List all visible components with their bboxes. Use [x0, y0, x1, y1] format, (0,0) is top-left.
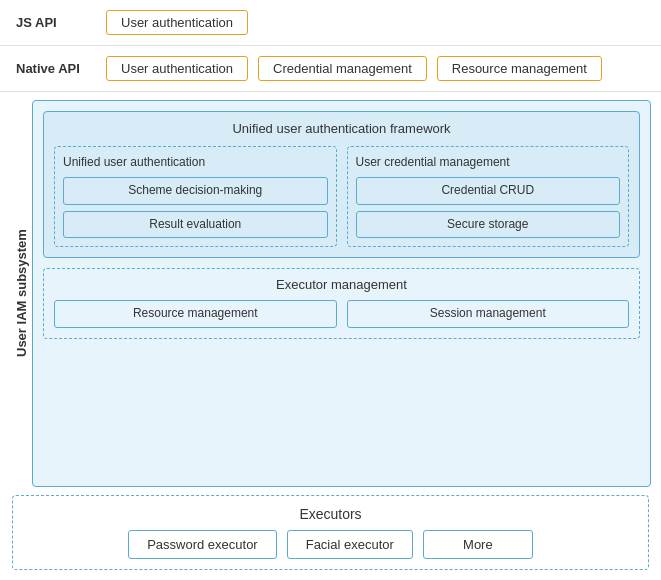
iam-outer: User IAM subsystem Unified user authenti…: [0, 92, 661, 495]
auth-dashed-title: Unified user authentication: [63, 155, 328, 169]
nativeapi-row: Native API User authentication Credentia…: [0, 46, 661, 92]
executor-mgmt-box: Executor management Resource management …: [43, 268, 640, 339]
credential-dashed-title: User credential management: [356, 155, 621, 169]
executor-box-2: More: [423, 530, 533, 559]
jsapi-box-0: User authentication: [106, 10, 248, 35]
auth-item-1: Result evaluation: [63, 211, 328, 239]
executor-mgmt-inner: Resource management Session management: [54, 300, 629, 328]
jsapi-boxes: User authentication: [106, 10, 248, 35]
credential-dashed-box: User credential management Credential CR…: [347, 146, 630, 247]
jsapi-label: JS API: [16, 15, 106, 30]
executor-mgmt-item-0: Resource management: [54, 300, 337, 328]
jsapi-row: JS API User authentication: [0, 0, 661, 46]
iam-box: Unified user authentication framework Un…: [32, 100, 651, 487]
executor-mgmt-item-1: Session management: [347, 300, 630, 328]
executors-inner: Password executor Facial executor More: [23, 530, 638, 559]
executor-box-0: Password executor: [128, 530, 277, 559]
nativeapi-box-0: User authentication: [106, 56, 248, 81]
page-root: JS API User authentication Native API Us…: [0, 0, 661, 580]
executor-box-1: Facial executor: [287, 530, 413, 559]
iam-side-label: User IAM subsystem: [10, 100, 32, 487]
auth-inner-boxes: Scheme decision-making Result evaluation: [63, 177, 328, 238]
unified-framework-box: Unified user authentication framework Un…: [43, 111, 640, 258]
auth-item-0: Scheme decision-making: [63, 177, 328, 205]
executor-mgmt-title: Executor management: [54, 277, 629, 292]
nativeapi-box-1: Credential management: [258, 56, 427, 81]
auth-dashed-box: Unified user authentication Scheme decis…: [54, 146, 337, 247]
nativeapi-label: Native API: [16, 61, 106, 76]
nativeapi-boxes: User authentication Credential managemen…: [106, 56, 602, 81]
credential-item-0: Credential CRUD: [356, 177, 621, 205]
credential-inner-boxes: Credential CRUD Secure storage: [356, 177, 621, 238]
credential-item-1: Secure storage: [356, 211, 621, 239]
framework-title: Unified user authentication framework: [54, 120, 629, 138]
executors-section: Executors Password executor Facial execu…: [12, 495, 649, 570]
nativeapi-box-2: Resource management: [437, 56, 602, 81]
executors-title: Executors: [23, 506, 638, 522]
framework-inner: Unified user authentication Scheme decis…: [54, 146, 629, 247]
